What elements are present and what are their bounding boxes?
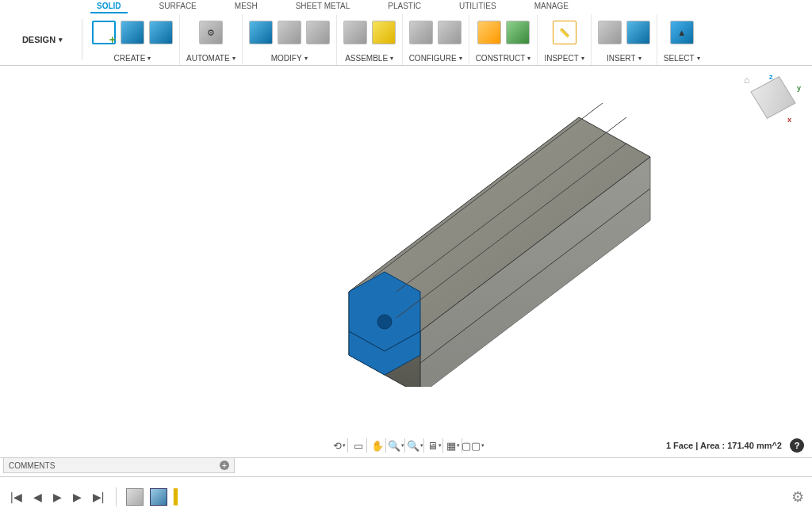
new-component-icon[interactable]: [372, 21, 396, 44]
ribbon: SOLID SURFACE MESH SHEET METAL PLASTIC U…: [0, 0, 812, 66]
grid-settings-button[interactable]: ▦▾: [445, 438, 462, 453]
extrude-icon[interactable]: [121, 21, 144, 44]
tab-plastic[interactable]: PLASTIC: [381, 0, 427, 12]
caret-down-icon: ▾: [527, 55, 530, 62]
caret-down-icon: ▾: [638, 55, 642, 62]
measure-icon[interactable]: 📏: [553, 21, 576, 44]
select-icon[interactable]: ▲: [670, 21, 694, 44]
viewcube-cube-icon[interactable]: [750, 76, 795, 119]
axis-z-label: z: [769, 73, 773, 81]
group-construct-label[interactable]: CONSTRUCT▾: [476, 54, 531, 65]
group-insert: INSERT▾: [592, 14, 657, 65]
automate-icon[interactable]: ⚙: [199, 21, 223, 44]
group-modify: MODIFY▾: [243, 14, 337, 65]
timeline-start-button[interactable]: |◀: [8, 491, 25, 503]
axis-y-label: y: [797, 84, 801, 92]
environment-tabs: SOLID SURFACE MESH SHEET METAL PLASTIC U…: [0, 0, 812, 14]
group-construct: CONSTRUCT▾: [469, 14, 538, 65]
caret-down-icon: ▾: [232, 55, 236, 62]
group-insert-label[interactable]: INSERT▾: [607, 54, 642, 65]
model-3d[interactable]: [278, 94, 690, 387]
add-comment-icon[interactable]: +: [220, 461, 229, 470]
selection-status-text: 1 Face | Area : 171.40 mm^2: [666, 441, 782, 450]
caret-down-icon: ▾: [390, 55, 393, 62]
group-configure: CONFIGURE▾: [403, 14, 469, 65]
comments-bar[interactable]: COMMENTS +: [3, 457, 235, 473]
timeline-playhead-icon[interactable]: ▍: [174, 488, 185, 506]
look-at-button[interactable]: ▭: [350, 438, 367, 453]
pan-button[interactable]: ✋: [369, 438, 386, 453]
home-icon[interactable]: ⌂: [744, 75, 749, 86]
svg-point-5: [377, 315, 392, 329]
navigation-bar: ⟲▾ ▭ ✋ 🔍▾ 🔍▾ 🖥▾ ▦▾ ▢▢▾: [331, 438, 481, 453]
change-params-icon[interactable]: [409, 21, 433, 44]
new-sketch-icon[interactable]: [92, 21, 116, 44]
caret-down-icon: ▾: [304, 55, 308, 62]
tab-surface[interactable]: SURFACE: [153, 0, 203, 12]
group-configure-label[interactable]: CONFIGURE▾: [409, 54, 462, 65]
group-automate-label[interactable]: AUTOMATE▾: [186, 54, 236, 65]
timeline-play-button[interactable]: ▶: [51, 491, 64, 503]
fit-button[interactable]: 🔍▾: [407, 438, 424, 453]
zoom-button[interactable]: 🔍▾: [388, 438, 405, 453]
revolve-icon[interactable]: [149, 21, 173, 44]
timeline-settings-icon[interactable]: ⚙: [791, 488, 804, 506]
insert-mcmaster-icon[interactable]: [626, 21, 650, 44]
caret-down-icon: ▾: [697, 55, 700, 62]
axis-icon[interactable]: [506, 21, 530, 44]
caret-down-icon: ▾: [459, 55, 462, 62]
press-pull-icon[interactable]: [249, 21, 273, 44]
group-inspect: 📏 INSPECT▾: [538, 14, 591, 65]
viewport-layout-button[interactable]: ▢▢▾: [464, 438, 481, 453]
divider: [0, 457, 812, 458]
viewcube[interactable]: ⌂ z y x: [752, 76, 796, 120]
joint-icon[interactable]: [343, 21, 367, 44]
group-assemble: ASSEMBLE▾: [337, 14, 403, 65]
insert-derive-icon[interactable]: [598, 21, 622, 44]
workspace-label: DESIGN: [22, 35, 56, 44]
group-select: ▲ SELECT▾: [657, 14, 707, 65]
timeline-end-button[interactable]: ▶|: [90, 491, 107, 503]
fillet-icon[interactable]: [278, 21, 301, 44]
caret-down-icon: ▾: [147, 55, 151, 62]
group-create-label[interactable]: CREATE▾: [114, 54, 151, 65]
orbit-button[interactable]: ⟲▾: [331, 438, 348, 453]
timeline-forward-button[interactable]: ▶: [71, 491, 84, 503]
selection-status: 1 Face | Area : 171.40 mm^2 ?: [666, 438, 804, 453]
timeline-back-button[interactable]: ◀: [31, 491, 44, 503]
group-create: CREATE▾: [86, 14, 180, 65]
status-help-icon[interactable]: ?: [790, 438, 804, 453]
configure-table-icon[interactable]: [438, 21, 462, 44]
tab-mesh[interactable]: MESH: [228, 0, 264, 12]
group-assemble-label[interactable]: ASSEMBLE▾: [345, 54, 393, 65]
timeline-feature-1-icon[interactable]: [126, 488, 144, 506]
caret-down-icon: ▾: [59, 36, 63, 44]
group-modify-label[interactable]: MODIFY▾: [271, 54, 308, 65]
tab-sheetmetal[interactable]: SHEET METAL: [289, 0, 357, 12]
timeline-feature-2-icon[interactable]: [150, 488, 167, 506]
comments-label: COMMENTS: [9, 461, 55, 470]
toolbar: DESIGN ▾ CREATE▾ ⚙ AUTOMATE▾ MODIFY▾: [0, 14, 812, 65]
group-inspect-label[interactable]: INSPECT▾: [544, 54, 584, 65]
display-settings-button[interactable]: 🖥▾: [426, 438, 443, 453]
workspace-switcher[interactable]: DESIGN ▾: [3, 19, 82, 60]
chamfer-icon[interactable]: [306, 21, 330, 44]
timeline: |◀ ◀ ▶ ▶ ▶| ▍ ⚙: [0, 476, 812, 516]
tab-utilities[interactable]: UTILITIES: [453, 0, 503, 12]
plane-icon[interactable]: [477, 21, 501, 44]
caret-down-icon: ▾: [581, 55, 584, 62]
tab-solid[interactable]: SOLID: [90, 0, 128, 13]
group-select-label[interactable]: SELECT▾: [664, 54, 700, 65]
separator: [116, 487, 117, 506]
viewport[interactable]: [0, 70, 812, 457]
tab-manage[interactable]: MANAGE: [528, 0, 575, 12]
group-automate: ⚙ AUTOMATE▾: [180, 14, 243, 65]
axis-x-label: x: [787, 116, 791, 124]
